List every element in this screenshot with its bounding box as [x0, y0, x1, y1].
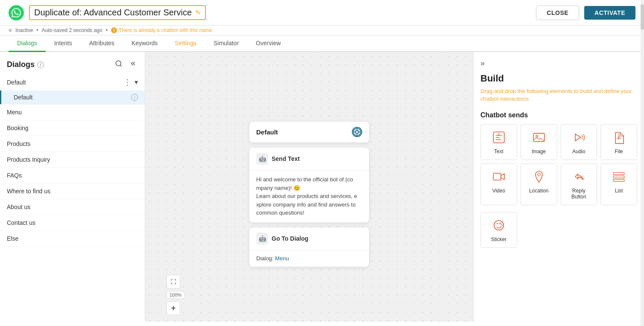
warning-text: There is already a chatbot with this nam… [119, 27, 212, 33]
sidebar-header: Dialogs i [0, 52, 145, 74]
text-component-label: Text [494, 148, 503, 154]
build-title: Build [480, 73, 637, 84]
component-audio[interactable]: Audio [561, 124, 597, 160]
tab-overview[interactable]: Overview [247, 35, 289, 52]
sticker-component-icon [491, 218, 506, 233]
component-image[interactable]: Image [521, 124, 557, 160]
canvas-area[interactable]: Default 🤖 [145, 52, 473, 322]
canvas-card-goto[interactable]: 🤖 Go To Dialog Dialog: Menu [249, 227, 369, 267]
header: Duplicate of: Advanced Customer Service … [0, 0, 644, 26]
dialog-section-actions: ⋮ ▾ [123, 78, 138, 86]
canvas-default-title: Default [256, 128, 278, 136]
tab-dialogs[interactable]: Dialogs [9, 35, 46, 52]
page-title: Duplicate of: Advanced Customer Service [34, 8, 192, 17]
reply-button-component-label: Reply Button [565, 188, 594, 200]
svg-point-2 [356, 131, 359, 134]
component-list[interactable]: List [600, 163, 637, 205]
reply-button-component-icon [571, 169, 586, 184]
file-component-icon [611, 130, 626, 145]
goto-title: Go To Dialog [272, 235, 308, 242]
whatsapp-logo [9, 5, 24, 20]
component-sticker[interactable]: Sticker [480, 212, 517, 248]
sidebar-item-booking[interactable]: Booking [0, 120, 145, 136]
text-component-icon [491, 130, 506, 145]
send-text-header: 🤖 Send Text [249, 148, 369, 170]
status-dot [9, 29, 12, 32]
activate-button[interactable]: ACTIVATE [584, 6, 635, 20]
svg-point-0 [116, 61, 121, 66]
edit-icon[interactable]: ✎ [195, 9, 201, 17]
svg-rect-11 [493, 173, 501, 180]
sidebar-item-where-to-find-us[interactable]: Where to find us [0, 183, 145, 199]
tab-intents[interactable]: Intents [46, 35, 81, 52]
zoom-in-button[interactable]: + [167, 301, 180, 315]
tab-attributes[interactable]: Attributes [81, 35, 123, 52]
list-component-label: List [615, 188, 623, 194]
sub-info-icon: i [131, 94, 138, 101]
sidebar-item-contact-us[interactable]: Contact us [0, 215, 145, 231]
svg-point-12 [537, 173, 540, 176]
title-box: Duplicate of: Advanced Customer Service … [29, 5, 206, 20]
fullscreen-button[interactable] [167, 275, 180, 288]
goto-header: 🤖 Go To Dialog [249, 227, 369, 250]
expand-panel-button[interactable]: » [480, 59, 485, 68]
location-component-icon [531, 169, 547, 184]
dialog-group-name: Default [7, 79, 26, 86]
collapse-button[interactable] [129, 59, 138, 70]
goto-body: Dialog: Menu [249, 250, 369, 267]
inactive-label: Inactive [15, 27, 33, 33]
audio-component-label: Audio [572, 148, 585, 154]
zoom-level: 100% [167, 291, 184, 299]
component-reply-button[interactable]: Reply Button [561, 163, 597, 205]
info-icon[interactable]: i [37, 61, 44, 68]
header-actions: CLOSE ACTIVATE [536, 6, 635, 20]
build-subtitle: Drag and drop the following elements to … [480, 87, 637, 103]
component-location[interactable]: Location [521, 163, 557, 205]
audio-component-icon [571, 130, 586, 145]
sidebar-item-products[interactable]: Products [0, 136, 145, 152]
canvas-card-default[interactable]: Default [249, 122, 369, 143]
goto-dialog-label: Dialog: [256, 255, 273, 262]
main-layout: Dialogs i Default [0, 52, 644, 322]
tab-keywords[interactable]: Keywords [123, 35, 166, 52]
sticker-component-label: Sticker [491, 236, 507, 242]
sidebar-item-about-us[interactable]: About us [0, 199, 145, 215]
bot-icon-2: 🤖 [256, 233, 268, 244]
sidebar-item-default[interactable]: Default i [0, 90, 145, 104]
svg-point-9 [536, 135, 538, 137]
sidebar-item-faqs[interactable]: FAQs [0, 168, 145, 183]
close-button[interactable]: CLOSE [536, 6, 579, 20]
location-component-label: Location [529, 188, 548, 194]
search-button[interactable] [114, 59, 123, 70]
component-text[interactable]: Text [480, 124, 517, 160]
goto-dialog-value: Menu [275, 255, 289, 262]
send-text-title: Send Text [272, 155, 300, 162]
canvas-card-send-text[interactable]: 🤖 Send Text Hi and welcome to the offici… [249, 148, 369, 222]
sidebar-item-menu[interactable]: Menu [0, 105, 145, 120]
canvas-content: Default 🤖 [249, 122, 369, 266]
canvas-card-default-header: Default [249, 122, 369, 143]
expand-chevron[interactable]: ▾ [135, 78, 138, 86]
tab-settings[interactable]: Settings [166, 35, 205, 52]
chatbot-sends-label: Chatbot sends [480, 111, 637, 119]
nav-tabs: Dialogs Intents Attributes Keywords Sett… [0, 35, 644, 52]
sidebar-item-else[interactable]: Else [0, 231, 145, 247]
target-icon [352, 127, 362, 137]
warning-icon: ! [111, 27, 117, 33]
component-file[interactable]: File [600, 124, 637, 160]
dots-menu-button[interactable]: ⋮ [123, 79, 131, 86]
component-video[interactable]: Video [480, 163, 517, 205]
sidebar-item-products-inquiry[interactable]: Products Inquiry [0, 152, 145, 168]
svg-rect-14 [613, 176, 624, 178]
right-panel: » Build Drag and drop the following elem… [473, 52, 644, 322]
bot-icon: 🤖 [256, 153, 268, 165]
sidebar-icons [114, 59, 138, 70]
components-grid-2: Sticker [480, 212, 637, 248]
file-component-label: File [615, 148, 623, 154]
dialog-section-default-header[interactable]: Default ⋮ ▾ [0, 74, 145, 90]
right-scrollbar[interactable] [641, 52, 644, 322]
svg-marker-10 [575, 134, 581, 141]
sidebar-title: Dialogs i [7, 60, 44, 69]
tab-simulator[interactable]: Simulator [205, 35, 247, 52]
image-component-icon [531, 130, 547, 145]
